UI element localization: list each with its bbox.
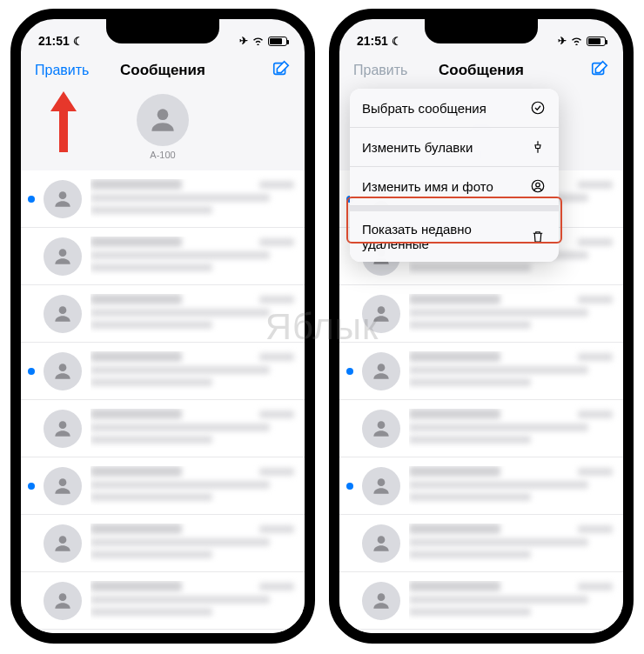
avatar-icon [44, 180, 82, 218]
notch [106, 19, 219, 43]
message-preview [409, 638, 613, 644]
avatar-icon [362, 410, 400, 448]
svg-point-3 [59, 249, 67, 257]
avatar-icon [362, 582, 400, 620]
conversation-row[interactable] [21, 457, 305, 515]
conversation-list[interactable] [21, 170, 305, 644]
conversation-row[interactable] [339, 400, 623, 457]
avatar-icon [44, 524, 82, 563]
message-preview [91, 638, 294, 644]
unread-dot-icon [346, 483, 353, 490]
conversation-row[interactable] [339, 630, 623, 644]
svg-point-21 [378, 478, 386, 486]
conversation-row[interactable] [21, 572, 305, 630]
svg-point-23 [378, 593, 386, 601]
phone-right: 21:51 ☾ ✈ Править Сообщения [329, 9, 634, 644]
conversation-row[interactable] [21, 400, 305, 457]
avatar-icon [44, 410, 82, 448]
conversation-row[interactable] [339, 343, 623, 400]
avatar-icon [362, 639, 400, 644]
conversation-row[interactable] [21, 285, 305, 343]
compose-button[interactable] [272, 59, 291, 78]
svg-point-20 [378, 421, 386, 429]
conversation-row[interactable] [339, 457, 623, 515]
edit-button[interactable]: Править [353, 63, 414, 78]
edit-dropdown-menu: Выбрать сообщенияИзменить булавкиИзменит… [350, 89, 559, 262]
compose-button[interactable] [590, 59, 609, 78]
wifi-icon [570, 34, 583, 48]
nav-bar: Править Сообщения [21, 54, 305, 90]
avatar-icon [44, 352, 82, 390]
avatar-icon [362, 467, 400, 505]
svg-point-22 [378, 536, 386, 544]
unread-dot-icon [28, 196, 35, 203]
dropdown-item-trash[interactable]: Показать недавно удаленные [350, 211, 559, 262]
svg-point-7 [59, 478, 67, 486]
timestamp [578, 181, 613, 189]
timestamp [259, 353, 294, 361]
timestamp [259, 296, 294, 304]
conversation-row[interactable] [339, 285, 623, 343]
page-title: Сообщения [414, 62, 548, 79]
timestamp [259, 181, 294, 189]
pin-icon [529, 138, 547, 156]
conversation-row[interactable] [21, 170, 305, 228]
trash-icon [529, 228, 547, 245]
timestamp [259, 468, 294, 476]
status-time: 21:51 [38, 34, 70, 48]
dropdown-label: Выбрать сообщения [362, 101, 486, 116]
unread-dot-icon [28, 368, 35, 375]
page-title: Сообщения [96, 62, 230, 79]
unread-dot-icon [28, 483, 35, 490]
timestamp [578, 640, 613, 644]
svg-point-8 [59, 536, 67, 544]
svg-point-12 [532, 102, 544, 114]
dropdown-item-check-circle[interactable]: Выбрать сообщения [350, 89, 559, 128]
airplane-mode-icon: ✈ [558, 35, 567, 47]
avatar-icon [44, 582, 82, 620]
dropdown-item-person-circle[interactable]: Изменить имя и фото [350, 167, 559, 206]
svg-point-6 [59, 421, 67, 429]
svg-point-2 [59, 191, 67, 199]
notch [425, 19, 538, 43]
timestamp [578, 296, 613, 304]
svg-point-19 [378, 364, 386, 371]
timestamp [578, 410, 613, 418]
conversation-row[interactable] [21, 228, 305, 285]
check-circle-icon [529, 99, 547, 117]
airplane-mode-icon: ✈ [239, 35, 248, 47]
pinned-avatar-icon [137, 94, 189, 146]
timestamp [578, 583, 613, 591]
svg-point-9 [59, 593, 67, 601]
conversation-row[interactable] [339, 572, 623, 630]
svg-point-4 [59, 306, 67, 314]
timestamp [259, 640, 294, 644]
conversation-row[interactable] [339, 515, 623, 572]
avatar-icon [44, 467, 82, 505]
dropdown-item-pin[interactable]: Изменить булавки [350, 128, 559, 167]
conversation-row[interactable] [21, 630, 305, 644]
dropdown-label: Изменить булавки [362, 140, 473, 155]
battery-icon [587, 37, 606, 46]
timestamp [259, 410, 294, 418]
dropdown-label: Изменить имя и фото [362, 179, 493, 194]
status-time: 21:51 [357, 34, 388, 48]
timestamp [578, 353, 613, 361]
dnd-moon-icon: ☾ [392, 35, 402, 48]
battery-icon [268, 37, 287, 46]
timestamp [578, 238, 613, 246]
svg-point-14 [536, 183, 540, 187]
timestamp [259, 238, 294, 246]
unread-dot-icon [346, 368, 353, 375]
nav-bar: Править Сообщения [339, 54, 623, 90]
conversation-row[interactable] [21, 515, 305, 572]
avatar-icon [362, 295, 400, 333]
timestamp [578, 468, 613, 476]
conversation-row[interactable] [21, 343, 305, 400]
timestamp [578, 525, 613, 533]
arrow-annotation [42, 87, 85, 157]
svg-point-18 [378, 306, 386, 314]
timestamp [259, 583, 294, 591]
edit-button[interactable]: Править [35, 63, 96, 78]
dropdown-label: Показать недавно удаленные [362, 222, 519, 251]
